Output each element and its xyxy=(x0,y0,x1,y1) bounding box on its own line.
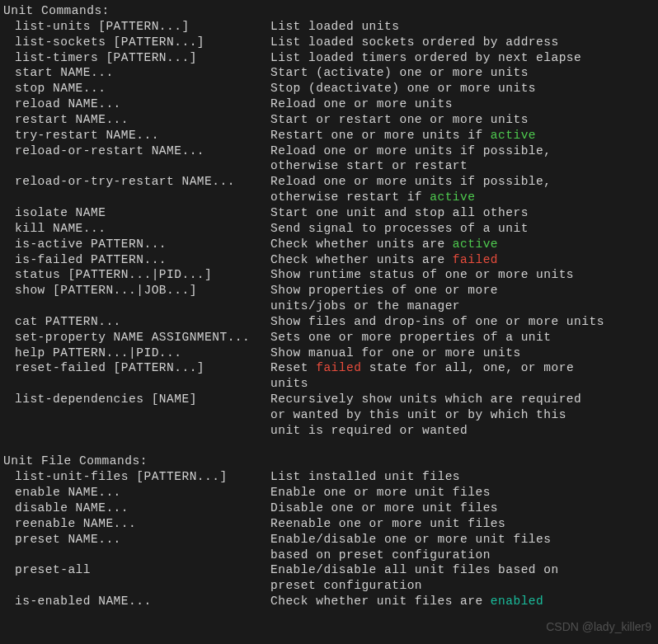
command-description-cont: units/jobs or the manager xyxy=(0,298,658,314)
command-description-cont: unit is required or wanted xyxy=(0,423,658,439)
command-description: Reload one or more units if possible, xyxy=(270,143,551,159)
command-name: enable NAME... xyxy=(15,485,270,501)
command-description: Restart one or more units if active xyxy=(270,128,536,143)
command-description: Sets one or more properties of a unit xyxy=(270,330,551,346)
terminal-output: Unit Commands:list-units [PATTERN...]Lis… xyxy=(0,3,658,609)
command-line: reload NAME...Reload one or more units xyxy=(0,96,658,112)
command-name: is-failed PATTERN... xyxy=(15,252,270,268)
command-name: kill NAME... xyxy=(15,221,270,237)
command-name: reload-or-restart NAME... xyxy=(15,143,270,159)
command-description-cont: or wanted by this unit or by which this xyxy=(0,407,658,423)
command-description: Show runtime status of one or more units xyxy=(270,267,574,283)
command-line: is-active PATTERN...Check whether units … xyxy=(0,237,658,252)
command-description-cont: units xyxy=(0,376,658,392)
highlight-word: active xyxy=(491,129,536,142)
command-description-cont: based on preset configuration xyxy=(0,548,658,563)
section-header: Unit File Commands: xyxy=(0,454,658,469)
command-name: show [PATTERN...|JOB...] xyxy=(15,283,270,298)
command-description: List loaded sockets ordered by address xyxy=(270,35,559,50)
command-description: Enable/disable all unit files based on xyxy=(270,562,559,578)
command-line: list-timers [PATTERN...]List loaded time… xyxy=(0,50,658,66)
command-line: restart NAME...Start or restart one or m… xyxy=(0,112,658,128)
command-line: list-dependencies [NAME]Recursively show… xyxy=(0,392,658,407)
command-name: is-active PATTERN... xyxy=(15,237,270,252)
command-description: Recursively show units which are require… xyxy=(270,392,581,407)
command-description: List installed unit files xyxy=(270,469,460,485)
command-description: Send signal to processes of a unit xyxy=(270,221,529,237)
command-line: show [PATTERN...|JOB...]Show properties … xyxy=(0,283,658,298)
command-name: cat PATTERN... xyxy=(15,314,270,330)
command-line: isolate NAMEStart one unit and stop all … xyxy=(0,205,658,221)
command-line: preset NAME...Enable/disable one or more… xyxy=(0,532,658,548)
command-line: enable NAME...Enable one or more unit fi… xyxy=(0,485,658,501)
highlight-word: enabled xyxy=(491,595,543,608)
command-description: Start (activate) one or more units xyxy=(270,65,529,81)
command-line: list-units [PATTERN...]List loaded units xyxy=(0,19,658,35)
command-description: Reload one or more units xyxy=(270,96,453,112)
command-name: list-dependencies [NAME] xyxy=(15,392,270,407)
command-name: start NAME... xyxy=(15,65,270,81)
command-name: status [PATTERN...|PID...] xyxy=(15,267,270,283)
command-name: reload NAME... xyxy=(15,96,270,112)
command-line: is-failed PATTERN...Check whether units … xyxy=(0,252,658,268)
command-description: Reenable one or more unit files xyxy=(270,516,505,532)
command-description: Check whether units are active xyxy=(270,237,498,252)
command-description: Check whether unit files are enabled xyxy=(270,594,543,609)
command-name: list-unit-files [PATTERN...] xyxy=(15,469,270,485)
command-name: help PATTERN...|PID... xyxy=(15,346,270,361)
command-name: list-timers [PATTERN...] xyxy=(15,50,270,66)
highlight-word: failed xyxy=(453,253,498,266)
command-description: Reset failed state for all, one, or more xyxy=(270,360,574,376)
command-description: Show properties of one or more xyxy=(270,283,498,298)
command-description: List loaded timers ordered by next elaps… xyxy=(270,50,581,66)
command-description: Start one unit and stop all others xyxy=(270,205,529,221)
command-name: preset NAME... xyxy=(15,532,270,548)
command-name: restart NAME... xyxy=(15,112,270,128)
command-line: reload-or-try-restart NAME...Reload one … xyxy=(0,174,658,190)
command-description: Check whether units are failed xyxy=(270,252,498,268)
command-description: Show files and drop-ins of one or more u… xyxy=(270,314,604,330)
command-name: set-property NAME ASSIGNMENT... xyxy=(15,330,270,346)
command-description-cont: otherwise restart if active xyxy=(0,190,658,205)
command-name: is-enabled NAME... xyxy=(15,594,270,609)
command-line: is-enabled NAME...Check whether unit fil… xyxy=(0,594,658,609)
command-line: reset-failed [PATTERN...]Reset failed st… xyxy=(0,360,658,376)
command-name: reload-or-try-restart NAME... xyxy=(15,174,270,190)
command-line: kill NAME...Send signal to processes of … xyxy=(0,221,658,237)
command-line: disable NAME...Disable one or more unit … xyxy=(0,501,658,516)
highlight-word: active xyxy=(453,237,498,251)
command-description-cont: preset configuration xyxy=(0,578,658,594)
highlight-word: active xyxy=(430,190,475,204)
watermark: CSDN @lady_killer9 xyxy=(546,619,651,634)
command-line: set-property NAME ASSIGNMENT...Sets one … xyxy=(0,330,658,346)
command-line: reenable NAME...Reenable one or more uni… xyxy=(0,516,658,532)
command-line: stop NAME...Stop (deactivate) one or mor… xyxy=(0,81,658,96)
command-description: Disable one or more unit files xyxy=(270,501,498,516)
highlight-word: failed xyxy=(316,361,361,374)
command-name: reset-failed [PATTERN...] xyxy=(15,360,270,376)
command-name: disable NAME... xyxy=(15,501,270,516)
command-line: reload-or-restart NAME...Reload one or m… xyxy=(0,143,658,159)
command-description-cont: otherwise start or restart xyxy=(0,158,658,174)
command-name: isolate NAME xyxy=(15,205,270,221)
command-line: try-restart NAME...Restart one or more u… xyxy=(0,128,658,143)
command-description: Stop (deactivate) one or more units xyxy=(270,81,536,96)
command-name: preset-all xyxy=(15,562,270,578)
command-name: list-units [PATTERN...] xyxy=(15,19,270,35)
command-line: start NAME...Start (activate) one or mor… xyxy=(0,65,658,81)
command-name: try-restart NAME... xyxy=(15,128,270,143)
blank-line xyxy=(0,439,658,454)
command-description: Show manual for one or more units xyxy=(270,346,521,361)
section-header: Unit Commands: xyxy=(0,3,658,19)
command-description: Start or restart one or more units xyxy=(270,112,529,128)
command-description: Reload one or more units if possible, xyxy=(270,174,551,190)
command-line: preset-allEnable/disable all unit files … xyxy=(0,562,658,578)
command-name: stop NAME... xyxy=(15,81,270,96)
command-line: help PATTERN...|PID...Show manual for on… xyxy=(0,346,658,361)
command-description: List loaded units xyxy=(270,19,399,35)
command-line: list-unit-files [PATTERN...]List install… xyxy=(0,469,658,485)
command-description: Enable/disable one or more unit files xyxy=(270,532,551,548)
command-name: reenable NAME... xyxy=(15,516,270,532)
command-line: cat PATTERN...Show files and drop-ins of… xyxy=(0,314,658,330)
command-description: Enable one or more unit files xyxy=(270,485,491,501)
